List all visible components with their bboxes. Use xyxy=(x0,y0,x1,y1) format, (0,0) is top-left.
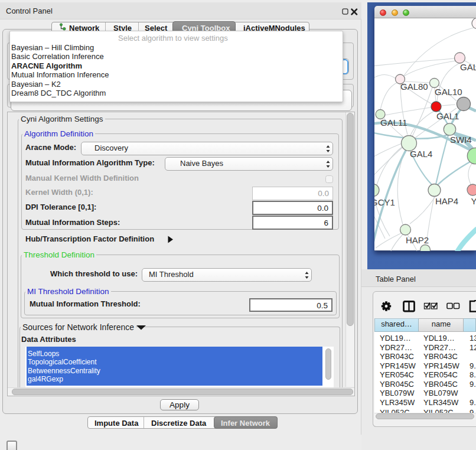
svg-text:HAP4: HAP4 xyxy=(435,196,458,206)
svg-text:GAL1: GAL1 xyxy=(436,111,459,121)
svg-text:GAL2: GAL2 xyxy=(460,62,476,72)
svg-text:GAL10: GAL10 xyxy=(435,87,462,97)
svg-text:GCY1: GCY1 xyxy=(374,197,395,207)
svg-text:GAL11: GAL11 xyxy=(380,118,407,128)
svg-text:YEL: YEL xyxy=(471,196,476,206)
svg-text:SWI4: SWI4 xyxy=(450,135,472,145)
svg-text:GAL80: GAL80 xyxy=(400,81,428,92)
svg-text:HAP2: HAP2 xyxy=(406,235,429,245)
svg-text:GAL4: GAL4 xyxy=(410,149,432,159)
